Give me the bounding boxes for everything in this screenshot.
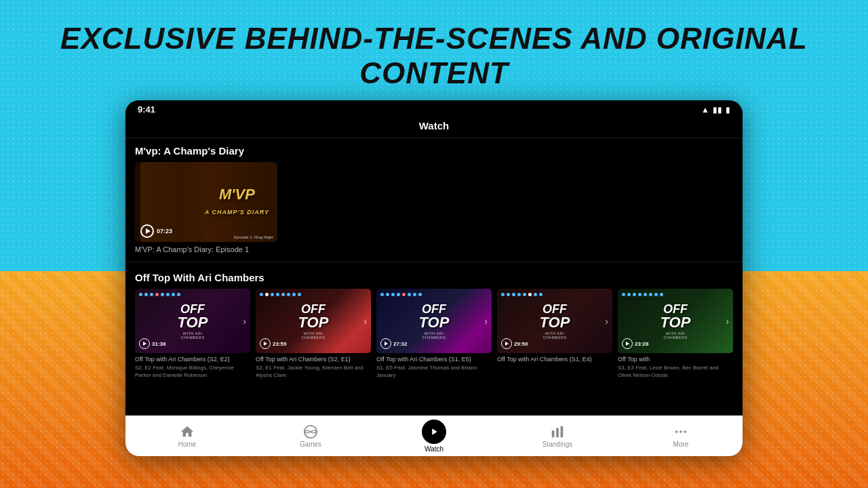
nav-item-standings[interactable]: Standings <box>496 424 619 448</box>
off-top-subtitle-1: WITH ARICHAMBERS <box>180 331 204 340</box>
video-caption-1: Off Top with Ari Chambers (S2, E2) S2, E… <box>135 353 250 380</box>
games-icon <box>303 424 318 439</box>
nav-item-home[interactable]: Home <box>125 424 249 448</box>
status-icons: ▲ ▮▮ ▮ <box>701 105 730 115</box>
small-triangle <box>626 342 629 346</box>
duration-text: 07:23 <box>157 228 172 235</box>
video-play-btn-3[interactable]: 27:32 <box>380 338 407 349</box>
video-play-btn-1[interactable]: 31:38 <box>139 338 165 349</box>
nav-label-more: More <box>673 441 689 448</box>
content-area[interactable]: M'vp: A Champ's Diary M'VP A CHAMP'S DIA… <box>125 138 743 433</box>
chevron-icon-1: › <box>243 316 246 327</box>
small-duration-2: 23:59 <box>273 341 286 347</box>
video-card-5[interactable]: OFFTOP WITH ARICHAMBERS › 23:28 Off Top <box>618 289 733 380</box>
section-mvp-title: M'vp: A Champ's Diary <box>125 145 743 162</box>
video-thumbnail-4[interactable]: OFFTOP WITH ARICHAMBERS › 29:50 <box>497 289 612 353</box>
play-triangle <box>146 228 151 234</box>
video-caption-5: Off Top with S3, E3 Feat. Lexie Brown, B… <box>618 353 733 380</box>
svg-point-4 <box>675 430 678 433</box>
home-icon <box>180 424 195 439</box>
svg-rect-2 <box>556 428 559 438</box>
svg-rect-1 <box>552 430 555 437</box>
off-top-title-4: OFFTOP <box>540 303 570 330</box>
nav-label-watch: Watch <box>425 445 443 453</box>
small-triangle <box>505 342 509 346</box>
off-top-title-1: OFFTOP <box>178 303 208 330</box>
signal-icon: ▮▮ <box>713 105 722 115</box>
status-bar: 9:41 ▲ ▮▮ ▮ <box>125 100 743 117</box>
off-top-title-2: OFFTOP <box>298 303 329 330</box>
nav-label-standings: Standings <box>542 441 572 448</box>
small-duration-4: 29:50 <box>514 341 528 347</box>
off-top-subtitle-2: WITH ARICHAMBERS <box>301 331 325 340</box>
svg-point-6 <box>684 430 687 433</box>
nav-label-home: Home <box>178 441 197 448</box>
small-play-circle[interactable] <box>501 338 512 349</box>
featured-video[interactable]: M'VP A CHAMP'S DIARY 07:23 Episode 1: Ri… <box>135 162 277 253</box>
featured-caption: M'VP: A Champ's Diary: Episode 1 <box>135 242 277 253</box>
divider <box>125 262 743 262</box>
svg-rect-3 <box>561 426 564 438</box>
wifi-icon: ▲ <box>701 105 709 115</box>
video-card-3[interactable]: OFFTOP WITH ARICHAMBERS › 27:32 Off Top <box>376 289 492 380</box>
off-top-subtitle-5: WITH ARICHAMBERS <box>663 331 687 340</box>
off-top-title-3: OFFTOP <box>419 303 450 330</box>
video-thumbnail-1[interactable]: OFFTOP WITH ARICHAMBERS › 31:38 <box>135 289 250 353</box>
chevron-icon-4: › <box>605 316 608 327</box>
watch-button[interactable] <box>422 420 446 444</box>
phone-frame: 9:41 ▲ ▮▮ ▮ Watch M'vp: A Champ's Diary … <box>125 100 743 456</box>
battery-icon: ▮ <box>726 105 730 115</box>
small-triangle <box>143 342 146 346</box>
section-offtop-title: Off Top With Ari Chambers <box>125 272 743 289</box>
small-play-circle[interactable] <box>622 338 633 349</box>
video-caption-3: Off Top with Ari Chambers (S1, E5) S1, E… <box>376 353 492 380</box>
small-play-circle[interactable] <box>380 338 391 349</box>
small-duration-5: 23:28 <box>635 341 648 347</box>
watch-play-icon <box>429 426 439 437</box>
section-offtop: Off Top With Ari Chambers <box>125 265 743 385</box>
video-play-btn-5[interactable]: 23:28 <box>622 338 648 349</box>
section-mvp: M'vp: A Champ's Diary M'VP A CHAMP'S DIA… <box>125 138 743 259</box>
mvp-logo: M'VP A CHAMP'S DIARY <box>205 187 269 217</box>
chevron-icon-5: › <box>726 316 729 327</box>
headline: EXCLUSIVE BEHIND-THE-SCENES AND ORIGINAL… <box>0 22 868 90</box>
video-caption-2: Off Top with Ari Chambers (S2, E1) S2, E… <box>256 353 371 380</box>
nav-item-more[interactable]: More <box>619 424 743 448</box>
standings-icon <box>550 424 565 439</box>
video-caption-4: Off Top with Ari Chambers (S1, E4) <box>497 353 612 364</box>
small-triangle <box>264 342 267 346</box>
small-play-circle[interactable] <box>260 338 271 349</box>
more-icon <box>673 424 688 439</box>
off-top-subtitle-4: WITH ARICHAMBERS <box>542 331 566 340</box>
chevron-icon-3: › <box>484 316 488 327</box>
status-time: 9:41 <box>138 104 155 115</box>
svg-point-5 <box>679 430 682 433</box>
video-thumbnail-5[interactable]: OFFTOP WITH ARICHAMBERS › 23:28 <box>618 289 733 353</box>
play-icon-circle[interactable] <box>140 224 154 238</box>
off-top-title-5: OFFTOP <box>660 303 691 330</box>
nav-item-watch[interactable]: Watch <box>372 420 496 453</box>
small-duration-3: 27:32 <box>393 341 407 347</box>
video-card-4[interactable]: OFFTOP WITH ARICHAMBERS › 29:50 Off Top <box>497 289 612 380</box>
nav-label-games: Games <box>300 441 321 448</box>
video-play-btn-4[interactable]: 29:50 <box>501 338 528 349</box>
video-scroll-row[interactable]: OFFTOP WITH ARICHAMBERS › 31:38 Off Top <box>125 289 743 380</box>
small-duration-1: 31:38 <box>152 341 165 347</box>
bottom-nav: Home Games Watch Standings More <box>125 415 743 456</box>
video-card-1[interactable]: OFFTOP WITH ARICHAMBERS › 31:38 Off Top <box>135 289 250 380</box>
small-play-circle[interactable] <box>139 338 150 349</box>
app-title: Watch <box>419 120 449 131</box>
video-card-2[interactable]: OFFTOP WITH ARICHAMBERS › 23:59 Off Top <box>256 289 371 380</box>
episode-label: Episode 1: Ring Night <box>234 235 273 239</box>
video-thumbnail-2[interactable]: OFFTOP WITH ARICHAMBERS › 23:59 <box>256 289 371 353</box>
chevron-icon-2: › <box>363 316 367 327</box>
play-button[interactable]: 07:23 <box>140 224 172 238</box>
small-triangle <box>384 342 388 346</box>
off-top-subtitle-3: WITH ARICHAMBERS <box>422 331 446 340</box>
nav-item-games[interactable]: Games <box>249 424 372 448</box>
video-thumbnail-3[interactable]: OFFTOP WITH ARICHAMBERS › 27:32 <box>376 289 492 353</box>
featured-thumbnail[interactable]: M'VP A CHAMP'S DIARY 07:23 Episode 1: Ri… <box>135 162 277 242</box>
video-play-btn-2[interactable]: 23:59 <box>260 338 286 349</box>
app-header: Watch <box>125 117 743 138</box>
